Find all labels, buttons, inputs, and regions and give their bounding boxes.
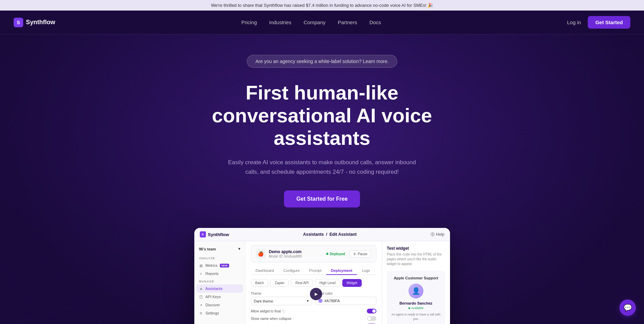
tab-configure[interactable]: Configure [279,266,304,275]
tab-prompt[interactable]: Prompt [304,266,326,275]
widget-agent-status: Available [391,306,441,310]
reports-icon: ≡ [199,272,203,276]
theme-label: Theme [251,292,312,295]
show-name-toggle-row: Show name when collapse [251,316,376,321]
assistant-card: 🍎 Demo apple.com Model ID: kmdxas889 Dep… [251,245,376,262]
float-toggle-row: Allow widget to float ⓘ [251,309,376,313]
deploy-btn-high-level[interactable]: High Level [315,279,340,287]
assistant-details: Demo apple.com Model ID: kmdxas889 [269,249,302,258]
nav-docs[interactable]: Docs [369,19,381,25]
float-toggle-label: Allow widget to float ⓘ [251,309,285,313]
status-dot [408,307,410,309]
float-toggle[interactable] [367,309,376,313]
widget-card: Apple Customer Support 👤 Bernardo Sanche… [387,271,445,324]
discover-icon: ✦ [199,303,203,307]
theme-value[interactable]: Dark theme ▾ [251,297,312,305]
hero-subtitle: Easily create AI voice assistants to mak… [227,158,418,177]
chat-bubble-button[interactable]: 💬 [619,299,636,316]
sidebar-item-reports[interactable]: ≡ Reports [194,269,245,278]
metrics-icon: ▦ [199,263,203,267]
logo-icon: S [14,18,23,27]
show-name-label: Show name when collapse [251,317,291,321]
announcement-banner: We're thrilled to share that Synthflow h… [0,0,644,11]
assistant-name: Demo apple.com [269,249,302,254]
color-swatch: #A788FA [318,299,340,303]
deploy-btn-zapier[interactable]: Zapier [270,279,289,287]
navbar: S Synthflow Pricing Industries Company P… [0,11,644,34]
metrics-new-badge: NEW [220,264,229,267]
widget-desc: Place this code into the HTML of the pag… [387,252,445,266]
sidebar-team[interactable]: 96's team ▾ [194,245,245,254]
widget-avatar: 👤 [408,283,423,298]
video-play-button[interactable] [310,288,322,300]
api-keys-icon: ⚿ [199,295,203,299]
show-name-toggle[interactable] [367,316,376,321]
announcement-text: We're thrilled to share that Synthflow h… [211,3,433,8]
assistant-avatar: 🍎 [256,249,266,259]
chevron-down-icon: ▾ [307,299,309,303]
logo-text: Synthflow [26,19,55,26]
chat-icon: 💬 [624,304,632,312]
widget-avatar-inner: 👤 [408,283,423,298]
dashboard-preview: S Synthflow Assistants / Edit Assistant … [194,228,450,324]
dash-logo-icon: S [200,231,206,237]
brand-color-field: Brand color #A788FA [315,292,376,305]
nav-logo[interactable]: S Synthflow [14,18,55,27]
hero-cta-button[interactable]: Get Started for Free [284,190,360,207]
deploy-buttons: Batch Zapier Rest API High Level Widget [251,279,376,287]
dash-header: S Synthflow Assistants / Edit Assistant … [194,228,450,241]
chevron-down-icon: ▾ [238,247,240,251]
assistant-info: 🍎 Demo apple.com Model ID: kmdxas889 [256,249,302,259]
svg-point-8 [0,158,138,324]
test-widget-panel: Test widget Place this code into the HTM… [382,241,450,324]
sidebar-item-assistants[interactable]: ◈ Assistants [196,284,243,293]
brand-color-label: Brand color [315,292,376,295]
dash-sidebar: 96's team ▾ ANALYZE ▦ Metrics NEW ≡ Repo… [194,241,245,324]
dash-logo: S Synthflow [200,231,229,237]
deployed-badge: Deployed [326,252,345,256]
pause-icon: ⏸ [353,252,356,256]
widget-agent-name: Bernardo Sanchez [391,301,441,305]
swatch-dot [318,299,323,303]
nav-pricing[interactable]: Pricing [241,19,257,25]
hero-section: Are you an agency seeking a white-label … [0,34,644,324]
tab-logs[interactable]: Logs [357,266,375,275]
sidebar-manage-label: MANAGE [194,278,245,284]
hero-title: First human-like conversational AI voice… [186,81,459,150]
login-button[interactable]: Log in [567,19,581,25]
deploy-btn-widget[interactable]: Widget [342,279,362,287]
deploy-btn-rest-api[interactable]: Rest API [291,279,313,287]
sidebar-item-discover[interactable]: ✦ Discover [194,301,245,309]
widget-agent-text: An agent is ready to have a call with yo… [391,312,441,321]
dash-breadcrumb: Assistants / Edit Assistant [303,232,357,237]
settings-icon: ⚙ [199,311,203,315]
theme-field: Theme Dark theme ▾ [251,292,312,305]
nav-partners[interactable]: Partners [338,19,357,25]
tab-deployment[interactable]: Deployment [326,266,357,275]
sidebar-item-metrics[interactable]: ▦ Metrics NEW [194,261,245,269]
assistant-model-id: Model ID: kmdxas889 [269,254,302,258]
dash-body: 96's team ▾ ANALYZE ▦ Metrics NEW ≡ Repo… [194,241,450,324]
sidebar-analyze-label: ANALYZE [194,254,245,261]
deploy-btn-batch[interactable]: Batch [251,279,269,287]
nav-links: Pricing Industries Company Partners Docs [241,19,381,26]
nav-industries[interactable]: Industries [269,19,291,25]
dash-tabs: Dashboard Configure Prompt Deployment Lo… [251,266,376,275]
brand-color-value[interactable]: #A788FA [315,297,376,305]
agency-badge[interactable]: Are you an agency seeking a white-label … [247,55,397,68]
get-started-button[interactable]: Get Started [588,16,630,29]
deployed-dot [326,253,328,255]
tab-dashboard[interactable]: Dashboard [251,266,279,275]
assistants-icon: ◈ [199,287,203,291]
widget-title: Test widget [387,246,445,251]
nav-company[interactable]: Company [304,19,326,25]
sidebar-item-api-keys[interactable]: ⚿ API Keys [194,293,245,301]
dash-main: 🍎 Demo apple.com Model ID: kmdxas889 Dep… [245,241,382,324]
info-icon: ⓘ [282,309,285,313]
dash-help[interactable]: ⓪ Help [431,232,444,237]
pause-button[interactable]: ⏸ Pause [349,250,371,258]
sidebar-item-settings[interactable]: ⚙ Settings [194,309,245,317]
svg-point-9 [531,43,644,191]
widget-card-title: Apple Customer Support [391,276,441,280]
nav-actions: Log in Get Started [567,16,630,29]
